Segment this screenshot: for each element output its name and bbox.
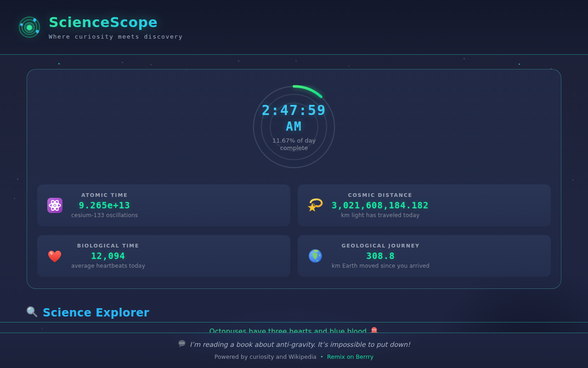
stat-card-biological-time: BIOLOGICAL TIME 12,094 average heartbeat… bbox=[37, 235, 290, 277]
starfield bbox=[0, 0, 1, 1]
heart-icon bbox=[46, 248, 63, 264]
stat-text-block: ATOMIC TIME 9.265e+13 cesium-133 oscilla… bbox=[71, 192, 138, 218]
app-header: ScienceScope Where curiosity meets disco… bbox=[0, 0, 588, 55]
stat-card-geological-journey: GEOLOGICAL JOURNEY 308.8 km Earth moved … bbox=[298, 235, 551, 277]
powered-by-line: Powered by curiosity and Wikipedia • Rem… bbox=[0, 353, 588, 360]
earth-icon bbox=[307, 248, 323, 264]
section-title: Science Explorer bbox=[43, 306, 149, 319]
day-progress-clock: 2:47:59 AM 11.67% of day complete bbox=[252, 85, 336, 169]
stat-description: average heartbeats today bbox=[71, 263, 145, 269]
stat-value: 308.8 bbox=[366, 251, 395, 261]
stat-value: 3,021,608,184.182 bbox=[332, 200, 429, 210]
powered-by-text: Powered by curiosity and Wikipedia bbox=[215, 353, 317, 360]
science-joke: I’m reading a book about anti-gravity. I… bbox=[178, 339, 410, 349]
speech-balloon-icon bbox=[178, 339, 186, 349]
stat-text-block: COSMIC DISTANCE 3,021,608,184.182 km lig… bbox=[332, 192, 429, 218]
stat-value: 9.265e+13 bbox=[79, 200, 130, 210]
day-percent-label: 11.67% of day complete bbox=[270, 137, 318, 152]
current-time: 2:47:59 bbox=[262, 102, 326, 118]
time-period: AM bbox=[286, 120, 302, 133]
stat-description: cesium-133 oscillations bbox=[71, 212, 138, 218]
stat-label: BIOLOGICAL TIME bbox=[77, 243, 139, 249]
stat-card-cosmic-distance: COSMIC DISTANCE 3,021,608,184.182 km lig… bbox=[298, 184, 551, 226]
app-tagline: Where curiosity meets discovery bbox=[49, 33, 183, 40]
stat-description: km light has traveled today bbox=[341, 212, 419, 218]
stat-card-atomic-time: ATOMIC TIME 9.265e+13 cesium-133 oscilla… bbox=[37, 184, 290, 226]
stat-text-block: BIOLOGICAL TIME 12,094 average heartbeat… bbox=[71, 243, 145, 269]
brand-block: ScienceScope Where curiosity meets disco… bbox=[49, 14, 183, 40]
stat-description: km Earth moved since you arrived bbox=[332, 263, 430, 269]
stat-value: 12,094 bbox=[91, 251, 125, 261]
stat-label: GEOLOGICAL JOURNEY bbox=[341, 243, 419, 249]
app-title: ScienceScope bbox=[49, 14, 183, 30]
shooting-star-icon bbox=[307, 197, 323, 214]
stats-grid: ATOMIC TIME 9.265e+13 cesium-133 oscilla… bbox=[37, 184, 551, 277]
magnifying-glass-icon bbox=[26, 305, 38, 320]
clock-readout: 2:47:59 AM 11.67% of day complete bbox=[252, 85, 336, 169]
stat-text-block: GEOLOGICAL JOURNEY 308.8 km Earth moved … bbox=[332, 243, 430, 269]
app-footer: I’m reading a book about anti-gravity. I… bbox=[0, 333, 588, 368]
stat-label: ATOMIC TIME bbox=[81, 192, 128, 198]
stat-label: COSMIC DISTANCE bbox=[348, 192, 413, 198]
atom-orbit-logo-icon bbox=[17, 14, 42, 40]
remix-on-berrry-link[interactable]: Remix on Berrry bbox=[327, 353, 373, 360]
joke-text: I’m reading a book about anti-gravity. I… bbox=[190, 341, 410, 348]
bullet-separator: • bbox=[320, 354, 323, 360]
atom-icon bbox=[46, 197, 63, 214]
dashboard-card: 2:47:59 AM 11.67% of day complete bbox=[27, 69, 561, 289]
science-explorer-heading: Science Explorer bbox=[26, 305, 588, 320]
